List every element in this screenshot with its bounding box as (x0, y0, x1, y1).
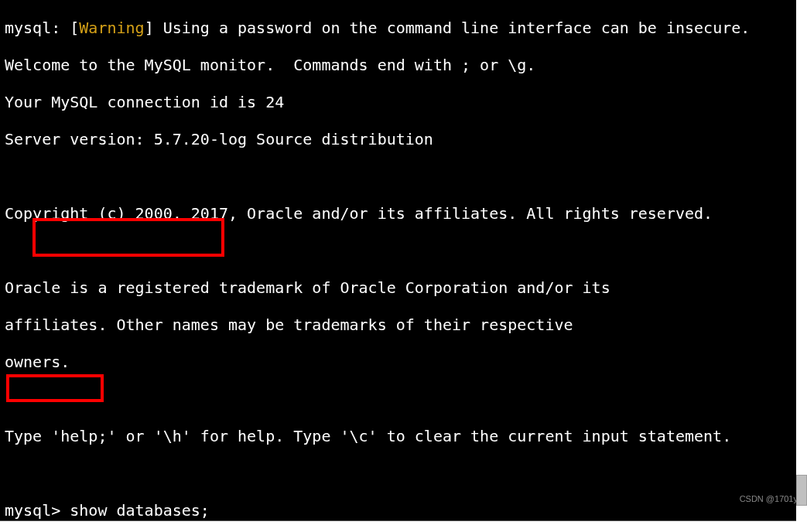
text: ] Using a password on the command line i… (145, 19, 751, 37)
output-line: Type 'help;' or '\h' for help. Type '\c'… (5, 427, 799, 445)
terminal-window[interactable]: mysql: [Warning] Using a password on the… (0, 0, 804, 521)
output-line: owners. (5, 353, 799, 371)
output-line: affiliates. Other names may be trademark… (5, 315, 799, 334)
mysql-prompt-command: mysql> show databases; (5, 501, 799, 520)
output-line (5, 464, 799, 483)
output-line (5, 241, 799, 260)
warning-label: Warning (79, 19, 144, 37)
output-line: Copyright (c) 2000, 2017, Oracle and/or … (5, 204, 799, 223)
output-line: Oracle is a registered trademark of Orac… (5, 278, 799, 297)
output-line (5, 390, 799, 408)
watermark-text: CSDN @1701y (740, 489, 798, 508)
output-line: Welcome to the MySQL monitor. Commands e… (5, 56, 799, 74)
output-line: mysql: [Warning] Using a password on the… (5, 19, 799, 37)
output-line: Server version: 5.7.20-log Source distri… (5, 130, 799, 148)
output-line: Your MySQL connection id is 24 (5, 93, 799, 111)
text: mysql: [ (5, 19, 79, 37)
scrollbar-thumb[interactable] (796, 475, 807, 506)
output-line (5, 167, 799, 186)
scrollbar-track[interactable] (796, 0, 807, 521)
